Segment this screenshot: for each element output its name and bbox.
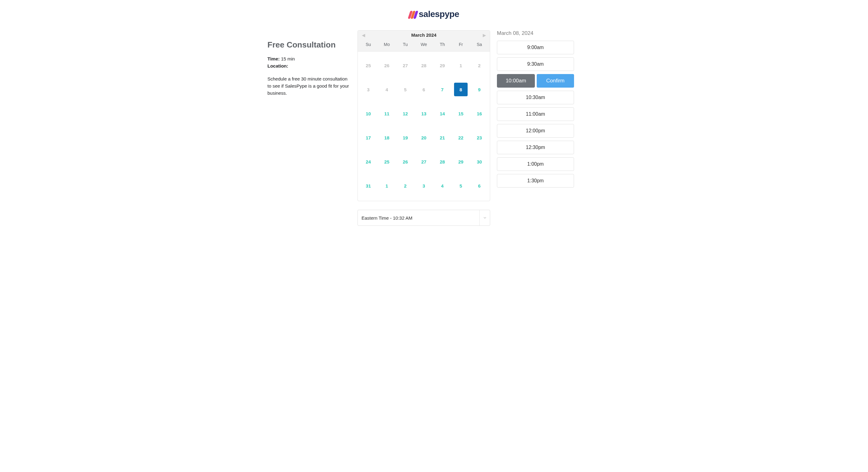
timeslot-button[interactable]: 12:30pm xyxy=(497,141,574,154)
calendar-day[interactable]: 16 xyxy=(470,101,489,126)
brand-logo-mark xyxy=(407,11,418,19)
timezone-value: Eastern Time - 10:32 AM xyxy=(358,210,479,225)
calendar-day[interactable]: 11 xyxy=(377,101,396,126)
timezone-select[interactable]: Eastern Time - 10:32 AM xyxy=(358,210,490,226)
calendar-day[interactable]: 2 xyxy=(396,174,414,198)
timeslot-button[interactable]: 1:00pm xyxy=(497,157,574,171)
calendar-day: 5 xyxy=(396,77,414,101)
calendar-day[interactable]: 6 xyxy=(470,174,489,198)
calendar-day: 29 xyxy=(433,53,452,77)
calendar-day[interactable]: 25 xyxy=(377,150,396,174)
calendar-day[interactable]: 19 xyxy=(396,126,414,150)
timeslot-button[interactable]: 10:00am xyxy=(497,74,535,88)
calendar-dow: Tu xyxy=(396,42,414,47)
timeslot-button[interactable]: 9:00am xyxy=(497,41,574,54)
calendar-dow: We xyxy=(414,42,433,47)
calendar-day[interactable]: 18 xyxy=(377,126,396,150)
calendar-day: 1 xyxy=(452,53,470,77)
calendar-day[interactable]: 12 xyxy=(396,101,414,126)
calendar-day[interactable]: 9 xyxy=(470,77,489,101)
brand-logo: salespype xyxy=(409,9,459,19)
timeslot-button[interactable]: 12:00pm xyxy=(497,124,574,137)
calendar-day[interactable]: 26 xyxy=(396,150,414,174)
calendar-day[interactable]: 4 xyxy=(433,174,452,198)
calendar-day: 27 xyxy=(396,53,414,77)
calendar-day: 28 xyxy=(414,53,433,77)
calendar-day: 26 xyxy=(377,53,396,77)
info-panel: Free Consultation Time: 15 min Location:… xyxy=(268,30,351,97)
calendar-dow: Th xyxy=(433,42,452,47)
timeslot-panel: March 08, 2024 9:00am9:30am10:00amConfir… xyxy=(497,30,574,194)
time-label: Time: xyxy=(268,56,280,61)
calendar-day[interactable]: 17 xyxy=(359,126,377,150)
chevron-down-icon xyxy=(479,210,490,225)
calendar-day[interactable]: 27 xyxy=(414,150,433,174)
page-title: Free Consultation xyxy=(268,40,351,50)
calendar-day[interactable]: 28 xyxy=(433,150,452,174)
calendar-day[interactable]: 15 xyxy=(452,101,470,126)
calendar-month-label: March 2024 xyxy=(411,32,436,38)
calendar-day: 4 xyxy=(377,77,396,101)
calendar-day: 2 xyxy=(470,53,489,77)
calendar-dow: Sa xyxy=(470,42,489,47)
calendar-day[interactable]: 29 xyxy=(452,150,470,174)
calendar-day[interactable]: 20 xyxy=(414,126,433,150)
calendar-day[interactable]: 22 xyxy=(452,126,470,150)
calendar-dow: Su xyxy=(359,42,377,47)
time-value: 15 min xyxy=(281,56,295,61)
calendar-day[interactable]: 30 xyxy=(470,150,489,174)
calendar-dow: Fr xyxy=(452,42,470,47)
calendar-day[interactable]: 3 xyxy=(414,174,433,198)
calendar-day[interactable]: 10 xyxy=(359,101,377,126)
calendar-day[interactable]: 1 xyxy=(377,174,396,198)
location-label: Location: xyxy=(268,63,288,68)
timeslot-button[interactable]: 1:30pm xyxy=(497,174,574,188)
calendar-day[interactable]: 13 xyxy=(414,101,433,126)
calendar: ◀ March 2024 ▶ SuMoTuWeThFrSa 2526272829… xyxy=(358,30,490,201)
calendar-day[interactable]: 7 xyxy=(433,77,452,101)
header: salespype xyxy=(268,9,600,20)
description: Schedule a free 30 minute consultation t… xyxy=(268,75,351,97)
timeslot-button[interactable]: 10:30am xyxy=(497,91,574,104)
prev-month-button[interactable]: ◀ xyxy=(361,33,366,38)
slots-date-label: March 08, 2024 xyxy=(497,30,574,36)
calendar-day[interactable]: 5 xyxy=(452,174,470,198)
calendar-dow: Mo xyxy=(377,42,396,47)
confirm-button[interactable]: Confirm xyxy=(537,74,574,88)
timeslot-button[interactable]: 11:00am xyxy=(497,107,574,121)
calendar-day[interactable]: 24 xyxy=(359,150,377,174)
calendar-day[interactable]: 21 xyxy=(433,126,452,150)
calendar-day[interactable]: 31 xyxy=(359,174,377,198)
brand-name: salespype xyxy=(419,9,459,19)
calendar-day: 3 xyxy=(359,77,377,101)
next-month-button[interactable]: ▶ xyxy=(482,33,487,38)
calendar-day[interactable]: 23 xyxy=(470,126,489,150)
calendar-day: 25 xyxy=(359,53,377,77)
calendar-day[interactable]: 14 xyxy=(433,101,452,126)
calendar-day: 6 xyxy=(414,77,433,101)
calendar-day[interactable]: 8 xyxy=(452,77,470,101)
timeslot-button[interactable]: 9:30am xyxy=(497,57,574,71)
